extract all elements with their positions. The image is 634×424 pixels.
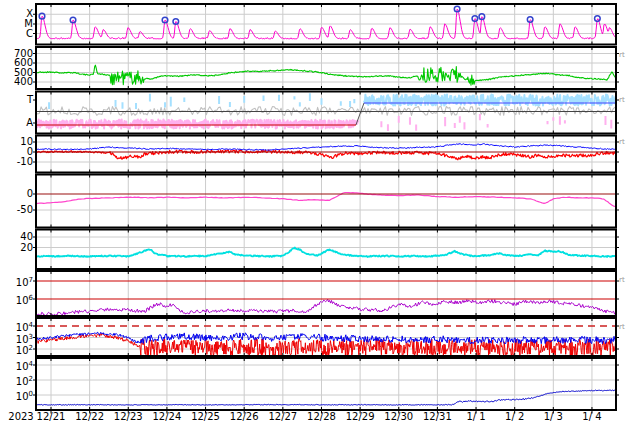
panel-proton-density bbox=[33, 230, 619, 270]
series-hep bbox=[36, 390, 616, 405]
x-tick-label: 12/31 bbox=[415, 411, 459, 422]
x-tick-label: 12/25 bbox=[184, 411, 228, 422]
panel-proton-flux bbox=[33, 318, 619, 356]
x-tick-label: 12/28 bbox=[299, 411, 343, 422]
y-tick-label: C bbox=[0, 27, 33, 40]
y-tick-label: -50 bbox=[0, 203, 33, 216]
series-bt bbox=[36, 144, 616, 151]
panel-solar-wind-speed bbox=[33, 47, 619, 89]
panel-dst-index bbox=[33, 175, 619, 228]
x-tick-label: 12/26 bbox=[222, 411, 266, 422]
y-tick-label: 0 bbox=[0, 187, 33, 200]
panel-high-energy-proton-flux bbox=[33, 358, 619, 410]
x-tick-label: 1/ 3 bbox=[531, 411, 575, 422]
realtime-flag-label: rt bbox=[619, 276, 625, 284]
x-tick-label: 12/30 bbox=[377, 411, 421, 422]
series-dst bbox=[36, 193, 616, 207]
y-tick-label: 20 bbox=[0, 241, 33, 254]
series-away-band bbox=[364, 95, 616, 106]
x-tick-label: 1/ 1 bbox=[454, 411, 498, 422]
x-tick-label: 12/24 bbox=[145, 411, 189, 422]
chart-canvas bbox=[0, 0, 634, 424]
y-tick-label: A bbox=[0, 116, 33, 129]
x-tick-label: 12/29 bbox=[338, 411, 382, 422]
y-tick-label: 100 bbox=[0, 388, 33, 403]
x-tick-label: 1/ 4 bbox=[570, 411, 614, 422]
panel-xray-flux bbox=[33, 4, 619, 45]
y-tick-label: 107 bbox=[0, 274, 33, 289]
realtime-flag-label: rt bbox=[619, 138, 625, 146]
x-tick-label: 12/21 bbox=[29, 411, 73, 422]
x-tick-label: 12/27 bbox=[261, 411, 305, 422]
realtime-flag-label: rt bbox=[619, 323, 625, 331]
y-tick-label: -10 bbox=[0, 155, 33, 168]
y-tick-label: 400 bbox=[0, 75, 33, 88]
y-tick-label: T bbox=[0, 93, 33, 106]
x-tick-label: 1/ 2 bbox=[493, 411, 537, 422]
realtime-flag-label: rt bbox=[619, 96, 625, 104]
panel-imf-sector bbox=[33, 92, 619, 134]
x-tick-label: 12/22 bbox=[68, 411, 112, 422]
panel-imf-bz bbox=[33, 136, 619, 173]
series-electrons bbox=[36, 299, 616, 316]
series-density bbox=[36, 248, 616, 258]
space-weather-multipanel-chart: XMC700600500400TA100-100-504020107106104… bbox=[0, 0, 634, 424]
y-tick-label: 102 bbox=[0, 373, 33, 388]
y-tick-label: 102 bbox=[0, 342, 33, 357]
x-tick-label: 12/23 bbox=[106, 411, 150, 422]
realtime-flag-label: rt bbox=[619, 51, 625, 59]
y-tick-label: 106 bbox=[0, 292, 33, 307]
y-tick-label: 104 bbox=[0, 358, 33, 373]
panel-electron-flux bbox=[33, 271, 619, 316]
series-toward-band bbox=[36, 120, 358, 129]
